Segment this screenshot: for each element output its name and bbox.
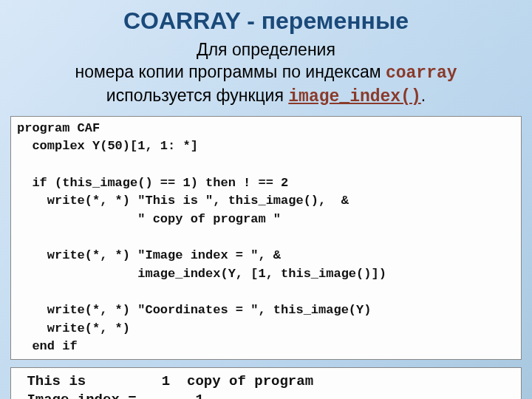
slide-title: COARRAY - переменные xyxy=(0,7,532,35)
code-line: write(*, *) "This is ", this_image(), & xyxy=(17,194,349,208)
output-line: Image index = 1 xyxy=(18,392,204,399)
output-line: This is 1 copy of program xyxy=(18,373,313,389)
desc-function-name: image_index() xyxy=(288,87,420,106)
desc-text-3: используется функция xyxy=(106,86,288,105)
code-line: write(*, *) "Coordinates = ", this_image… xyxy=(17,303,371,317)
desc-text-2: номера копии программы по индексам xyxy=(75,62,386,81)
code-line: if (this_image() == 1) then ! == 2 xyxy=(17,176,288,190)
code-block: program CAF complex Y(50)[1, 1: *] if (t… xyxy=(10,116,522,360)
code-line: " copy of program " xyxy=(17,212,281,226)
code-line: write(*, *) "Image index = ", & xyxy=(17,248,281,262)
code-line: image_index(Y, [1, this_image()]) xyxy=(17,267,386,281)
code-line: program CAF xyxy=(17,121,100,135)
code-line: complex Y(50)[1, 1: *] xyxy=(17,139,198,153)
desc-text-4: . xyxy=(421,86,426,105)
desc-text-1: Для определения xyxy=(197,40,335,59)
output-block: This is 1 copy of program Image index = … xyxy=(10,367,522,399)
code-line: write(*, *) xyxy=(17,321,130,335)
desc-coarray-keyword: coarray xyxy=(386,64,457,83)
slide-description: Для определения номера копии программы п… xyxy=(15,39,517,109)
code-line: end if xyxy=(17,339,78,353)
